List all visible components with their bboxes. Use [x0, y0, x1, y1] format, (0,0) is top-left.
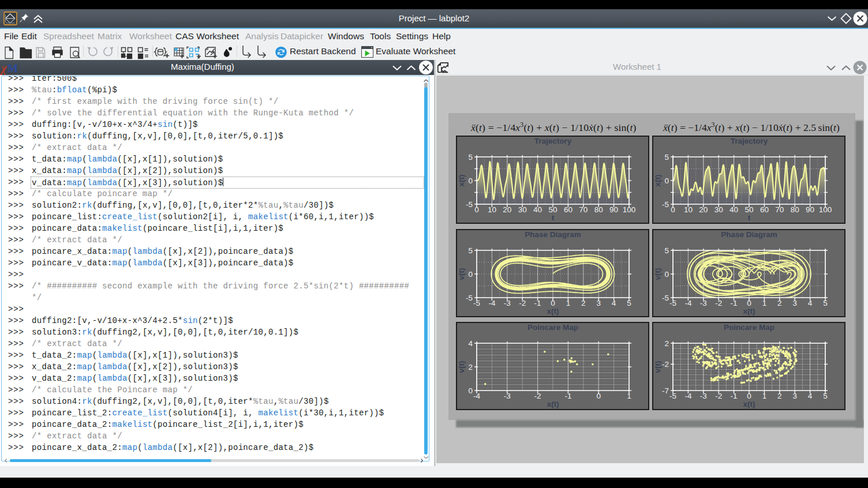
- svg-text:5: 5: [664, 153, 669, 162]
- svg-text:x(t): x(t): [743, 400, 755, 408]
- svg-text:4: 4: [808, 299, 813, 307]
- svg-text:5: 5: [664, 246, 669, 255]
- svg-text:-2: -2: [534, 392, 541, 400]
- svg-text:v(t): v(t): [653, 361, 662, 373]
- svg-text:Poincare Map: Poincare Map: [527, 323, 578, 332]
- svg-text:5: 5: [627, 299, 631, 307]
- svg-text:4: 4: [808, 392, 813, 400]
- svg-text:v(t): v(t): [457, 268, 466, 280]
- svg-text:5: 5: [468, 246, 473, 255]
- svg-text:2: 2: [581, 299, 586, 307]
- svg-text:90: 90: [609, 205, 618, 214]
- svg-text:20: 20: [699, 205, 708, 214]
- svg-text:10: 10: [684, 205, 693, 214]
- svg-text:-3: -3: [700, 299, 707, 307]
- svg-text:-2: -2: [519, 299, 526, 307]
- svg-text:-3: -3: [700, 392, 707, 400]
- svg-text:0: 0: [596, 392, 601, 400]
- svg-text:-5: -5: [466, 200, 473, 209]
- svg-text:0: 0: [468, 270, 473, 279]
- svg-text:0: 0: [474, 205, 479, 214]
- svg-text:x(t): x(t): [653, 175, 662, 187]
- svg-text:Poincare Map: Poincare Map: [724, 323, 775, 332]
- svg-text:0: 0: [664, 177, 669, 185]
- svg-text:-2: -2: [662, 360, 669, 369]
- svg-text:-4: -4: [488, 299, 495, 307]
- svg-text:1: 1: [762, 299, 767, 307]
- svg-text:30: 30: [518, 205, 527, 214]
- svg-text:0: 0: [468, 177, 473, 185]
- svg-text:70: 70: [579, 205, 588, 214]
- svg-text:Phase Diagram: Phase Diagram: [721, 230, 777, 239]
- svg-text:-3: -3: [504, 392, 511, 400]
- svg-text:100: 100: [819, 205, 832, 214]
- svg-text:v(t): v(t): [457, 361, 466, 373]
- svg-text:20: 20: [503, 205, 511, 214]
- svg-text:2: 2: [777, 392, 782, 400]
- svg-text:1: 1: [566, 299, 571, 307]
- svg-text:4: 4: [612, 299, 616, 307]
- svg-text:50: 50: [548, 205, 557, 214]
- svg-text:-1: -1: [731, 392, 738, 400]
- svg-text:-4: -4: [684, 299, 691, 307]
- svg-text:2: 2: [468, 363, 473, 371]
- svg-text:100: 100: [623, 205, 636, 214]
- svg-text:x(t): x(t): [457, 175, 466, 187]
- svg-text:1: 1: [762, 392, 767, 400]
- svg-text:10: 10: [488, 205, 496, 214]
- svg-text:-5: -5: [662, 200, 669, 209]
- svg-text:Trajectory: Trajectory: [731, 137, 768, 145]
- svg-text:5: 5: [468, 153, 473, 162]
- svg-text:80: 80: [594, 205, 603, 214]
- svg-text:x(t): x(t): [743, 307, 755, 316]
- svg-text:-2: -2: [715, 392, 722, 400]
- svg-text:-2: -2: [715, 299, 722, 307]
- svg-text:-4: -4: [473, 392, 480, 400]
- svg-text:4: 4: [468, 339, 473, 348]
- svg-text:1: 1: [627, 392, 631, 400]
- svg-text:x(t): x(t): [547, 400, 559, 408]
- svg-text:5: 5: [823, 392, 828, 400]
- svg-text:-5: -5: [466, 294, 473, 302]
- svg-text:3: 3: [792, 392, 797, 400]
- svg-text:50: 50: [744, 205, 753, 214]
- svg-text:3: 3: [596, 299, 601, 307]
- svg-text:0: 0: [468, 386, 473, 395]
- svg-text:0: 0: [671, 205, 675, 214]
- svg-text:v(t): v(t): [653, 268, 662, 280]
- svg-text:-4: -4: [684, 392, 691, 400]
- svg-text:0: 0: [747, 299, 751, 307]
- svg-text:0: 0: [747, 392, 751, 400]
- svg-text:-5: -5: [669, 299, 676, 307]
- svg-text:x(t): x(t): [547, 307, 559, 316]
- svg-text:60: 60: [564, 205, 573, 214]
- svg-text:40: 40: [729, 205, 738, 214]
- svg-text:0: 0: [551, 299, 555, 307]
- svg-text:60: 60: [760, 205, 769, 214]
- svg-text:-1: -1: [534, 299, 541, 307]
- svg-text:Trajectory: Trajectory: [534, 137, 572, 145]
- svg-text:2: 2: [664, 339, 669, 348]
- svg-text:90: 90: [806, 205, 814, 214]
- svg-text:t: t: [748, 213, 751, 222]
- svg-text:80: 80: [791, 205, 799, 214]
- svg-text:30: 30: [714, 205, 723, 214]
- svg-text:2: 2: [777, 299, 782, 307]
- svg-text:t: t: [552, 213, 555, 222]
- svg-text:-5: -5: [473, 299, 480, 307]
- svg-text:0: 0: [664, 270, 669, 279]
- svg-text:5: 5: [823, 299, 828, 307]
- svg-text:-1: -1: [564, 392, 571, 400]
- svg-text:Phase Diagram: Phase Diagram: [525, 230, 581, 239]
- svg-text:3: 3: [792, 299, 797, 307]
- svg-text:-1: -1: [731, 299, 738, 307]
- svg-text:-7: -7: [662, 386, 669, 395]
- svg-text:-5: -5: [669, 392, 676, 400]
- svg-text:70: 70: [775, 205, 784, 214]
- svg-text:-5: -5: [662, 294, 669, 302]
- svg-text:40: 40: [533, 205, 542, 214]
- svg-text:-3: -3: [504, 299, 511, 307]
